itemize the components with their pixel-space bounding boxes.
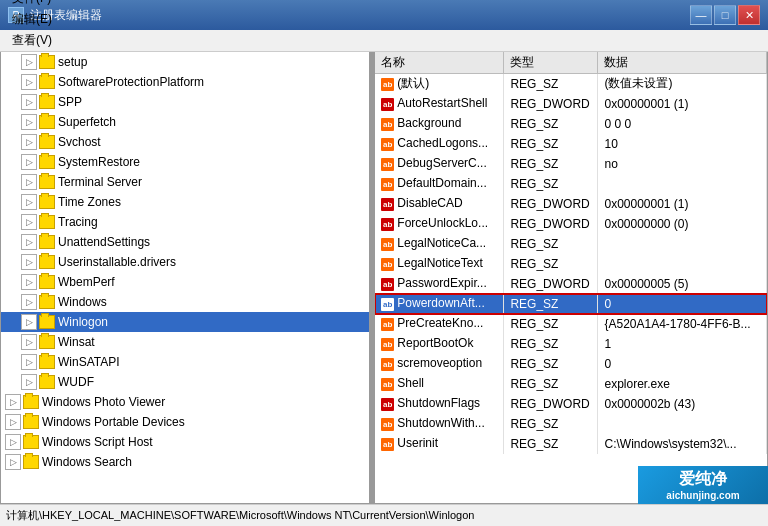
ab-icon: ab: [381, 438, 394, 451]
folder-icon: [39, 95, 55, 109]
table-row[interactable]: abDebugServerC...REG_SZno: [375, 154, 767, 174]
folder-icon: [39, 55, 55, 69]
tree-item[interactable]: ▷Tracing: [1, 212, 369, 232]
table-row[interactable]: abLegalNoticeTextREG_SZ: [375, 254, 767, 274]
folder-icon: [23, 435, 39, 449]
table-row[interactable]: abPasswordExpir...REG_DWORD0x00000005 (5…: [375, 274, 767, 294]
tree-expand-icon[interactable]: ▷: [21, 234, 37, 250]
close-button[interactable]: ✕: [738, 5, 760, 25]
tree-item[interactable]: ▷Windows Script Host: [1, 432, 369, 452]
tree-expand-icon[interactable]: ▷: [21, 174, 37, 190]
tree-expand-icon[interactable]: ▷: [21, 214, 37, 230]
table-row[interactable]: abLegalNoticeCa...REG_SZ: [375, 234, 767, 254]
tree-item[interactable]: ▷Userinstallable.drivers: [1, 252, 369, 272]
tree-expand-icon[interactable]: ▷: [21, 314, 37, 330]
tree-item[interactable]: ▷SPP: [1, 92, 369, 112]
reg-type-cell: REG_SZ: [504, 354, 598, 374]
reg-name-cell: abUserinit: [375, 434, 504, 454]
tree-expand-icon[interactable]: ▷: [21, 254, 37, 270]
reg-name-text: (默认): [397, 76, 429, 90]
tree-item[interactable]: ▷Time Zones: [1, 192, 369, 212]
tree-expand-icon[interactable]: ▷: [21, 354, 37, 370]
table-row[interactable]: abDefaultDomain...REG_SZ: [375, 174, 767, 194]
reg-name-text: PowerdownAft...: [397, 296, 484, 310]
tree-item[interactable]: ▷WinSATAPI: [1, 352, 369, 372]
maximize-button[interactable]: □: [714, 5, 736, 25]
tree-panel[interactable]: ▷setup▷SoftwareProtectionPlatform▷SPP▷Su…: [1, 52, 371, 503]
tree-expand-icon[interactable]: ▷: [21, 334, 37, 350]
reg-type-cell: REG_SZ: [504, 374, 598, 394]
ab-icon: ab: [381, 138, 394, 151]
reg-data-cell: (数值未设置): [598, 74, 767, 94]
table-row[interactable]: abShellREG_SZexplorer.exe: [375, 374, 767, 394]
tree-item[interactable]: ▷Superfetch: [1, 112, 369, 132]
tree-item[interactable]: ▷Windows: [1, 292, 369, 312]
table-row[interactable]: abAutoRestartShellREG_DWORD0x00000001 (1…: [375, 94, 767, 114]
folder-icon: [39, 295, 55, 309]
tree-expand-icon[interactable]: ▷: [21, 134, 37, 150]
tree-expand-icon[interactable]: ▷: [21, 194, 37, 210]
dword-icon: ab: [381, 278, 394, 291]
tree-item[interactable]: ▷WbemPerf: [1, 272, 369, 292]
tree-expand-icon[interactable]: ▷: [21, 294, 37, 310]
col-name-header[interactable]: 名称: [375, 52, 504, 74]
menu-item-file[interactable]: 文件(F): [4, 0, 72, 9]
table-row[interactable]: abShutdownWith...REG_SZ: [375, 414, 767, 434]
table-row[interactable]: abForceUnlockLo...REG_DWORD0x00000000 (0…: [375, 214, 767, 234]
reg-data-cell: 0: [598, 354, 767, 374]
tree-expand-icon[interactable]: ▷: [5, 454, 21, 470]
tree-expand-icon[interactable]: ▷: [21, 114, 37, 130]
reg-name-text: DebugServerC...: [397, 156, 486, 170]
table-row[interactable]: abShutdownFlagsREG_DWORD0x0000002b (43): [375, 394, 767, 414]
tree-expand-icon[interactable]: ▷: [21, 274, 37, 290]
reg-name-text: CachedLogons...: [397, 136, 488, 150]
tree-item[interactable]: ▷setup: [1, 52, 369, 72]
table-row[interactable]: ab(默认)REG_SZ(数值未设置): [375, 74, 767, 94]
tree-item[interactable]: ▷Winsat: [1, 332, 369, 352]
tree-item[interactable]: ▷Windows Photo Viewer: [1, 392, 369, 412]
table-row[interactable]: abDisableCADREG_DWORD0x00000001 (1): [375, 194, 767, 214]
tree-item[interactable]: ▷UnattendSettings: [1, 232, 369, 252]
col-data-header[interactable]: 数据: [598, 52, 767, 74]
menu-item-view[interactable]: 查看(V): [4, 30, 72, 51]
table-row[interactable]: abPreCreateKno...REG_SZ{A520A1A4-1780-4F…: [375, 314, 767, 334]
tree-expand-icon[interactable]: ▷: [21, 54, 37, 70]
tree-item[interactable]: ▷Svchost: [1, 132, 369, 152]
tree-item[interactable]: ▷Windows Search: [1, 452, 369, 472]
tree-expand-icon[interactable]: ▷: [5, 414, 21, 430]
table-header-row: 名称 类型 数据: [375, 52, 767, 74]
status-bar: 计算机\HKEY_LOCAL_MACHINE\SOFTWARE\Microsof…: [0, 504, 768, 526]
registry-panel[interactable]: 名称 类型 数据 ab(默认)REG_SZ(数值未设置)abAutoRestar…: [375, 52, 767, 503]
tree-expand-icon[interactable]: ▷: [21, 74, 37, 90]
tree-item[interactable]: ▷SoftwareProtectionPlatform: [1, 72, 369, 92]
table-row[interactable]: abBackgroundREG_SZ0 0 0: [375, 114, 767, 134]
table-row[interactable]: abPowerdownAft...REG_SZ0: [375, 294, 767, 314]
tree-expand-icon[interactable]: ▷: [21, 94, 37, 110]
table-row[interactable]: abscremoveoptionREG_SZ0: [375, 354, 767, 374]
tree-item-label: Windows Script Host: [42, 435, 153, 449]
menu-item-edit[interactable]: 编辑(E): [4, 9, 72, 30]
folder-icon: [39, 215, 55, 229]
minimize-button[interactable]: —: [690, 5, 712, 25]
tree-expand-icon[interactable]: ▷: [5, 394, 21, 410]
table-row[interactable]: abCachedLogons...REG_SZ10: [375, 134, 767, 154]
folder-icon: [39, 135, 55, 149]
tree-expand-icon[interactable]: ▷: [21, 154, 37, 170]
table-row[interactable]: abUserinitREG_SZC:\Windows\system32\...: [375, 434, 767, 454]
tree-item[interactable]: ▷Terminal Server: [1, 172, 369, 192]
ab-icon: ab: [381, 318, 394, 331]
tree-item-label: Userinstallable.drivers: [58, 255, 176, 269]
window-title: 注册表编辑器: [30, 7, 690, 24]
tree-item[interactable]: ▷Winlogon: [1, 312, 369, 332]
tree-expand-icon[interactable]: ▷: [5, 434, 21, 450]
tree-item[interactable]: ▷Windows Portable Devices: [1, 412, 369, 432]
reg-name-text: Background: [397, 116, 461, 130]
reg-type-cell: REG_DWORD: [504, 214, 598, 234]
ab-icon: ab: [381, 178, 394, 191]
tree-item[interactable]: ▷SystemRestore: [1, 152, 369, 172]
tree-expand-icon[interactable]: ▷: [21, 374, 37, 390]
table-row[interactable]: abReportBootOkREG_SZ1: [375, 334, 767, 354]
tree-item[interactable]: ▷WUDF: [1, 372, 369, 392]
folder-icon: [39, 235, 55, 249]
col-type-header[interactable]: 类型: [504, 52, 598, 74]
